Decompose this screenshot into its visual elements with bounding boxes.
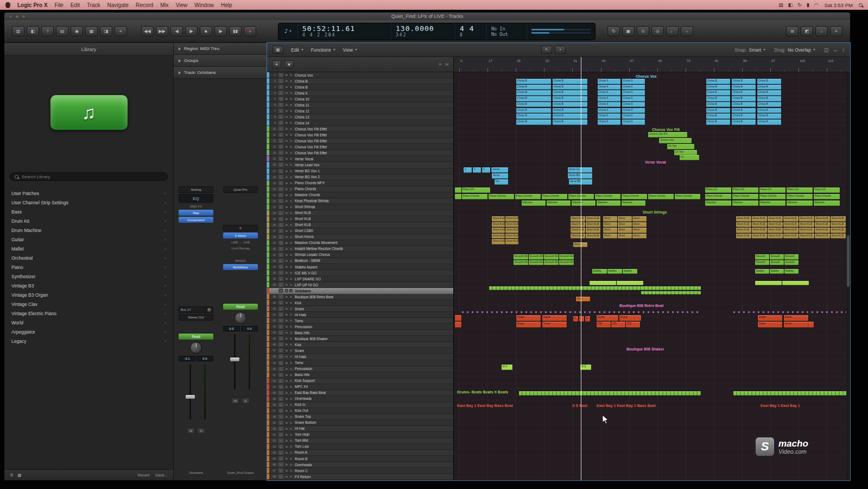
midi-region[interactable]: Chöra B xyxy=(732,85,756,90)
play-button[interactable]: ▶ xyxy=(214,26,227,36)
midi-region[interactable]: Massive xyxy=(522,200,546,206)
track-solo-button[interactable]: S xyxy=(289,349,293,352)
track-mute-button[interactable]: M xyxy=(285,325,288,328)
track-mute-button[interactable]: M xyxy=(285,193,288,197)
track-header[interactable]: 5♪MSChöra 10 xyxy=(267,96,453,102)
track-solo-button[interactable]: S xyxy=(289,373,293,377)
track-mute-button[interactable]: M xyxy=(285,445,288,448)
lcd-tempo[interactable]: 130.0000 342 xyxy=(391,23,455,40)
track-mute-button[interactable]: M xyxy=(285,295,288,298)
library-item[interactable]: Orchestral› xyxy=(4,253,173,262)
midi-region[interactable]: Chöra B xyxy=(757,120,781,125)
track-mute-button[interactable]: M xyxy=(285,235,288,239)
track-mute-button[interactable]: M xyxy=(285,73,288,77)
midi-region[interactable]: Chöra B xyxy=(706,96,730,102)
track-solo-button[interactable]: S xyxy=(289,307,293,310)
menu-item-file[interactable]: File xyxy=(55,2,64,8)
midi-region[interactable] xyxy=(808,322,814,328)
track-header[interactable]: 24♪MSShort KLB xyxy=(267,210,453,216)
track-solo-button[interactable]: S xyxy=(289,445,293,448)
menu-functions[interactable]: Functions xyxy=(311,47,335,53)
midi-region[interactable] xyxy=(455,315,461,321)
mute-button[interactable]: M xyxy=(231,398,239,404)
midi-region[interactable]: Smooth xyxy=(784,254,799,260)
menu-item-edit[interactable]: Edit xyxy=(71,2,80,8)
midi-region[interactable]: Chöra 9 xyxy=(598,120,620,125)
midi-region[interactable]: Chöra B xyxy=(757,96,781,102)
spotlight-icon[interactable] xyxy=(859,3,863,7)
track-solo-button[interactable]: S xyxy=(289,295,293,298)
track-header[interactable]: 20♪MSPiano Chords xyxy=(267,186,453,192)
midi-region[interactable]: Chöra B xyxy=(732,108,756,114)
midi-region[interactable]: V xyxy=(482,167,490,173)
track-header[interactable]: 21♪MSMassive Chords xyxy=(267,192,453,198)
track-solo-button[interactable]: S xyxy=(289,127,293,130)
midi-region[interactable]: Chöra 9 xyxy=(598,85,620,90)
midi-region[interactable]: Chöra B xyxy=(553,85,587,90)
midi-region[interactable]: Short KLB xyxy=(505,228,518,233)
add-track-button[interactable]: + xyxy=(272,60,281,68)
track-mute-button[interactable]: M xyxy=(285,379,288,383)
display-status-icon[interactable]: ◧ xyxy=(788,2,793,8)
volume-fader[interactable] xyxy=(223,333,258,391)
midi-region[interactable]: Chöra B xyxy=(757,90,781,96)
track-mute-button[interactable]: M xyxy=(285,121,288,124)
midi-region[interactable]: Chöra 9 xyxy=(622,96,645,102)
track-header[interactable]: 44♪MSBass Hits xyxy=(267,330,453,336)
midi-region[interactable]: Short KLB xyxy=(815,222,830,228)
strip-slot[interactable]: 0 xyxy=(223,225,258,231)
midi-region[interactable]: Ch Vox xyxy=(667,144,694,149)
track-header[interactable]: 2♪MSChöra B xyxy=(267,78,453,84)
midi-region[interactable]: Short KLB xyxy=(815,234,830,239)
track-header[interactable]: 6♪MSChöra 11 xyxy=(267,102,453,108)
midi-region[interactable]: Verse xyxy=(492,173,508,179)
midi-region[interactable]: Piano Chords xyxy=(732,194,758,199)
midi-region[interactable]: Massive xyxy=(732,200,758,206)
menu-item-help[interactable]: Help xyxy=(221,2,232,8)
midi-region[interactable]: Chöra B xyxy=(553,96,587,102)
midi-region[interactable]: Short KLB xyxy=(492,234,505,239)
track-header[interactable]: 16♪MSVerse Lead Vox xyxy=(267,162,453,168)
midi-region[interactable]: 305 xyxy=(611,322,625,328)
track-mute-button[interactable]: M xyxy=(285,91,288,95)
track-solo-button[interactable]: S xyxy=(289,469,293,472)
track-mute-button[interactable]: M xyxy=(285,79,288,83)
midi-region[interactable]: Short xyxy=(603,222,617,228)
midi-region[interactable]: Short KLB xyxy=(571,228,585,233)
track-solo-button[interactable]: S xyxy=(289,367,293,371)
track-header[interactable]: 39♪MSKick xyxy=(267,300,453,306)
midi-region[interactable]: S xyxy=(573,316,578,322)
midi-region[interactable]: Massive xyxy=(547,200,571,206)
battery-icon[interactable]: ▮ xyxy=(807,2,809,8)
track-solo-button[interactable]: S xyxy=(289,73,293,77)
library-item[interactable]: Arpeggiator› xyxy=(4,327,173,336)
track-solo-button[interactable]: S xyxy=(289,199,293,203)
track-mute-button[interactable]: M xyxy=(285,337,288,340)
track-solo-button[interactable]: S xyxy=(289,283,293,286)
lists-button[interactable]: ≡ xyxy=(115,26,127,36)
track-solo-button[interactable]: S xyxy=(289,415,293,418)
midi-region[interactable]: Massive xyxy=(759,200,785,206)
midi-region[interactable]: Piano Ch xyxy=(462,187,490,193)
track-mute-button[interactable]: M xyxy=(285,175,288,179)
track-solo-button[interactable]: S xyxy=(289,331,293,334)
forward-button[interactable]: ▶ xyxy=(185,26,198,36)
midi-region[interactable]: Chöra 9 xyxy=(598,114,620,119)
track-header[interactable]: 55♪MSOneHeads xyxy=(267,396,453,402)
midi-region[interactable]: Smooth Mix xyxy=(514,254,528,260)
midi-region[interactable]: Chöra B xyxy=(553,90,587,96)
track-mute-button[interactable]: M xyxy=(285,475,288,478)
track-mute-button[interactable]: M xyxy=(285,385,288,388)
midi-region[interactable]: V xyxy=(464,167,472,173)
track-solo-button[interactable]: S xyxy=(289,109,293,112)
track-solo-button[interactable]: S xyxy=(289,170,293,173)
track-solo-button[interactable]: S xyxy=(289,265,293,268)
track-solo-button[interactable]: S xyxy=(289,259,293,262)
track-mute-button[interactable]: M xyxy=(285,283,288,286)
flex-button[interactable]: ◩ xyxy=(801,26,813,36)
track-header[interactable]: 22♪MSKeys Physical Strings xyxy=(267,198,453,204)
track-solo-button[interactable]: S xyxy=(289,475,293,478)
midi-region[interactable]: Short KLB xyxy=(752,216,767,222)
midi-region[interactable]: Snare xyxy=(516,315,541,321)
track-mute-button[interactable]: M xyxy=(285,361,288,365)
